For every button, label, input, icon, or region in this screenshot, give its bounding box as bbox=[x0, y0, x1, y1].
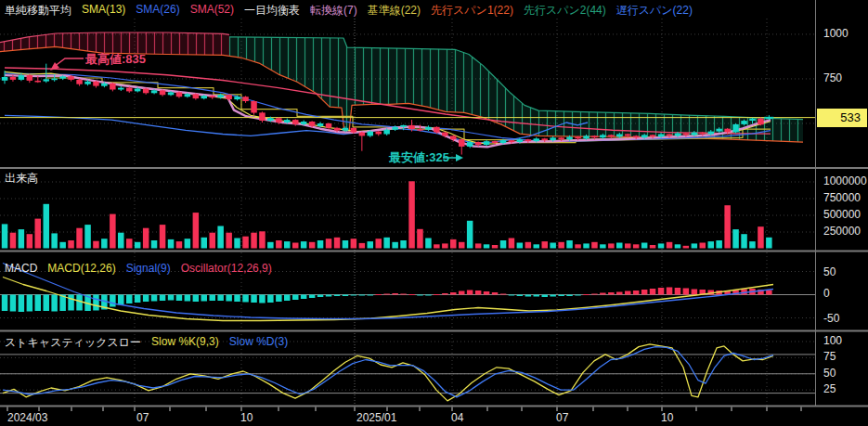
macd-legend-row: MACDMACD(12,26)Signal(9)Oscillator(12,26… bbox=[5, 262, 272, 275]
price-axis-label-0: 1000 bbox=[823, 27, 849, 40]
price-legend-item-8: 先行スパン2(44) bbox=[524, 3, 606, 19]
macd-legend-item-3: Oscillator(12,26,9) bbox=[181, 262, 272, 275]
macd-legend-item-1: MACD(12,26) bbox=[47, 262, 115, 275]
macd-axis-label-1: 0 bbox=[823, 287, 830, 300]
x-axis-label-4: 04 bbox=[451, 411, 463, 424]
stoch-legend-item-2: Slow %D(3) bbox=[229, 335, 288, 351]
price-legend-item-3: SMA(52) bbox=[190, 3, 234, 19]
x-axis-label-5: 07 bbox=[556, 411, 568, 424]
volume-axis-label-0: 1000000 bbox=[823, 174, 867, 187]
volume-axis-label-1: 750000 bbox=[823, 191, 861, 204]
volume-axis-label-2: 500000 bbox=[823, 208, 861, 221]
stoch-axis-label-1: 75 bbox=[823, 350, 836, 363]
price-legend-item-9: 遅行スパン(22) bbox=[616, 3, 693, 19]
price-legend-item-6: 基準線(22) bbox=[368, 3, 421, 19]
chart-window: 単純移動平均SMA(13)SMA(26)SMA(52)一目均衡表転換線(7)基準… bbox=[0, 0, 868, 426]
macd-axis-label-0: 50 bbox=[823, 265, 836, 278]
stoch-legend-item-1: Slow %K(9,3) bbox=[151, 335, 219, 351]
x-axis-label-1: 07 bbox=[136, 411, 149, 424]
x-axis-label-3: 2025/01 bbox=[356, 411, 396, 424]
stoch-legend-row: ストキャスティックスローSlow %K(9,3)Slow %D(3) bbox=[5, 335, 288, 351]
current-price-badge: 533 bbox=[817, 109, 867, 127]
macd-legend-item-0: MACD bbox=[5, 262, 37, 275]
price-legend-item-5: 転換線(7) bbox=[310, 3, 357, 19]
annotation-lowest-price: 最安値:325 bbox=[389, 149, 449, 166]
macd-axis-label-2: -50 bbox=[823, 312, 839, 325]
price-legend-item-0: 単純移動平均 bbox=[5, 3, 71, 19]
price-legend-row: 単純移動平均SMA(13)SMA(26)SMA(52)一目均衡表転換線(7)基準… bbox=[5, 3, 693, 19]
annotation-highest-price: 最高値:835 bbox=[85, 51, 146, 68]
macd-legend-item-2: Signal(9) bbox=[126, 262, 171, 275]
stoch-axis-label-3: 25 bbox=[823, 382, 836, 395]
price-legend-item-2: SMA(26) bbox=[136, 3, 179, 19]
x-axis-label-0: 2024/03 bbox=[7, 411, 47, 424]
price-legend-item-1: SMA(13) bbox=[82, 3, 125, 19]
price-legend-item-4: 一目均衡表 bbox=[244, 3, 300, 19]
volume-panel-title: 出来高 bbox=[5, 171, 38, 187]
stoch-legend-item-0: ストキャスティックスロー bbox=[5, 335, 141, 351]
volume-legend-row: 出来高 bbox=[5, 171, 38, 187]
x-axis-label-2: 10 bbox=[240, 411, 253, 424]
price-legend-item-7: 先行スパン1(22) bbox=[431, 3, 513, 19]
stoch-axis-label-2: 50 bbox=[823, 367, 836, 380]
x-axis-label-6: 10 bbox=[661, 411, 673, 424]
stoch-axis-label-0: 100 bbox=[823, 334, 842, 347]
price-axis-label-1: 750 bbox=[823, 71, 842, 84]
volume-axis-label-3: 250000 bbox=[823, 225, 861, 238]
